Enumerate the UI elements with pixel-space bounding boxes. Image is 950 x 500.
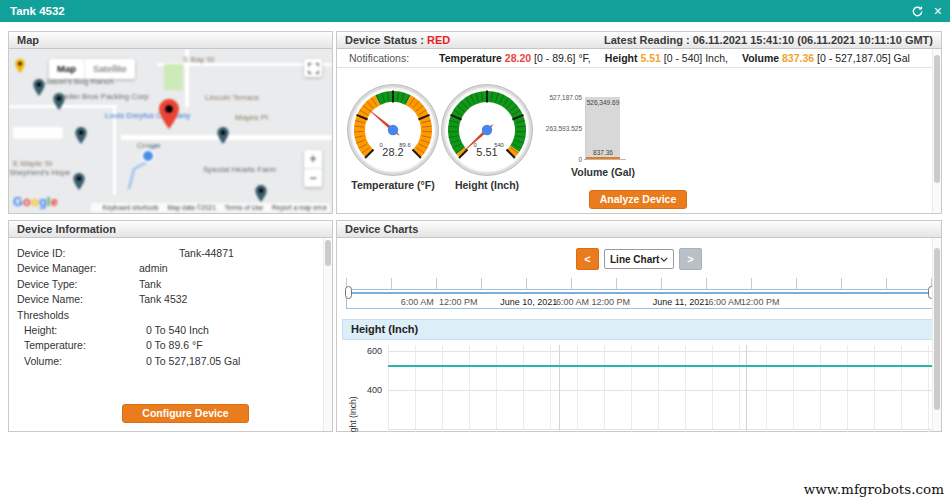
map-type-satellite-button[interactable]: Satellite bbox=[84, 59, 135, 79]
height-ytick-400: 400 bbox=[356, 385, 382, 395]
map-panel-header: Map bbox=[9, 32, 332, 49]
google-logo: Google bbox=[13, 195, 58, 209]
height-gauge: 05405.51 bbox=[441, 84, 533, 176]
map-attribution-link[interactable]: Keyboard shortcuts bbox=[103, 204, 159, 211]
#8f1d12[interactable] bbox=[158, 99, 180, 129]
height-gauge-label: Height (Inch) bbox=[441, 179, 533, 191]
info-label: Device Type: bbox=[17, 278, 78, 290]
chevron-down-icon bbox=[660, 257, 668, 262]
charts-scrollbar[interactable] bbox=[932, 238, 941, 431]
chart-controls: < Line Chart > bbox=[337, 247, 941, 271]
timeline-range-line bbox=[349, 292, 931, 294]
device-information-title: Device Information bbox=[17, 221, 116, 237]
close-icon[interactable]: × bbox=[934, 0, 942, 22]
info-row: Temperature:0 To 89.6 °F bbox=[9, 339, 322, 354]
volume-chart-title: Volume (Gal) bbox=[542, 166, 664, 178]
map-content: Map Satellite + − Google Keyboard shortc… bbox=[9, 49, 332, 213]
zoom-out-button[interactable]: − bbox=[304, 169, 322, 187]
info-label: Temperature: bbox=[24, 339, 86, 351]
info-scrollbar[interactable] bbox=[323, 238, 332, 431]
map-place-label: Heller Bros Packing Corp bbox=[59, 92, 149, 101]
volume-ytick-max: 527,187.05 bbox=[542, 94, 582, 101]
timeline-handle-start[interactable] bbox=[345, 286, 352, 299]
info-row: Volume:0 To 527,187.05 Gal bbox=[9, 355, 322, 370]
#e9ebec[interactable] bbox=[33, 79, 45, 96]
google-logo-letter: o bbox=[31, 195, 39, 209]
device-status-title: Device Status : RED bbox=[345, 32, 450, 48]
next-chart-button[interactable]: > bbox=[679, 248, 702, 270]
#b07c00[interactable] bbox=[15, 59, 25, 73]
info-row: Device ID:Tank-44871 bbox=[9, 247, 322, 262]
chart-type-select[interactable]: Line Chart bbox=[604, 249, 674, 269]
fullscreen-icon[interactable] bbox=[304, 59, 322, 77]
title-bar: Tank 4532 × bbox=[0, 0, 950, 22]
info-label: Height: bbox=[24, 324, 57, 336]
gridline-day-2 bbox=[746, 345, 747, 432]
map-attribution-link[interactable]: Terms of Use bbox=[225, 204, 263, 211]
status-scrollbar[interactable] bbox=[932, 49, 941, 213]
device-status-panel: Device Status : RED Latest Reading : 06.… bbox=[336, 31, 942, 214]
analyze-device-button[interactable]: Analyze Device bbox=[589, 190, 687, 209]
map-panel: Map Map Satellite + − bbox=[8, 31, 333, 214]
volume-ytick-zero: 0 bbox=[542, 156, 582, 163]
volume-current-label: 837.36 bbox=[586, 149, 620, 156]
status-value: RED bbox=[427, 34, 450, 46]
configure-device-button[interactable]: Configure Device bbox=[122, 404, 249, 423]
info-value: Tank bbox=[139, 278, 161, 290]
google-logo-letter: e bbox=[51, 195, 58, 209]
height-ytick-600: 600 bbox=[356, 346, 382, 356]
map-place-label: Lincoln Terrace bbox=[205, 93, 259, 102]
#e9ebec[interactable] bbox=[53, 93, 65, 110]
info-scrollbar-thumb[interactable] bbox=[325, 240, 331, 266]
#e9ebec[interactable] bbox=[217, 127, 229, 144]
map-type-map-button[interactable]: Map bbox=[49, 59, 84, 79]
info-row: Device Manager:admin bbox=[9, 262, 322, 277]
temperature-gauge-label: Temperature (°F) bbox=[347, 179, 439, 191]
gridline-200 bbox=[388, 429, 934, 430]
map-canvas[interactable]: Map Satellite + − Google Keyboard shortc… bbox=[9, 49, 332, 213]
notifications-label: Notifications: bbox=[349, 52, 409, 64]
#e9ebec[interactable] bbox=[73, 173, 85, 190]
notification-items: Temperature 28.20 [0 - 89.6] °F,Height 5… bbox=[439, 52, 924, 64]
device-charts-panel: Device Charts < Line Chart > 6:00 AM12:0… bbox=[336, 220, 942, 432]
notifications-row: Notifications: Temperature 28.20 [0 - 89… bbox=[337, 49, 933, 68]
info-value: Tank-44871 bbox=[179, 247, 234, 259]
height-y-axis-title: Height (Inch) bbox=[348, 396, 358, 432]
gridline-600 bbox=[388, 351, 934, 352]
device-information-rows: Device ID:Tank-44871Device Manager:admin… bbox=[9, 247, 322, 370]
chart-type-value: Line Chart bbox=[610, 254, 659, 265]
charts-scrollbar-thumb[interactable] bbox=[934, 248, 940, 410]
notification-item: Volume 837.36 [0 - 527,187.05] Gal bbox=[742, 52, 910, 64]
#e9ebec[interactable] bbox=[75, 127, 87, 144]
timeline-track[interactable]: 6:00 AM12:00 PMJune 10, 20216:00 AM12:00… bbox=[346, 289, 934, 309]
tank-monitor-window: { "titlebar": { "title": "Tank 4532" }, … bbox=[0, 0, 950, 500]
timeline-tick-label: 12:00 PM bbox=[591, 297, 630, 307]
volume-remaining-label: 526,349.69 bbox=[586, 99, 620, 106]
info-label: Device Name: bbox=[17, 293, 83, 305]
gridline-400 bbox=[388, 390, 934, 391]
info-label: Device Manager: bbox=[17, 262, 96, 274]
info-value: 0 To 527,187.05 Gal bbox=[146, 355, 240, 367]
volume-x-axis bbox=[584, 159, 626, 160]
gridline-day-1 bbox=[559, 345, 560, 432]
map-panel-title: Map bbox=[17, 32, 39, 48]
refresh-icon[interactable] bbox=[911, 5, 924, 18]
info-label: Thresholds bbox=[17, 309, 69, 321]
previous-chart-button[interactable]: < bbox=[576, 248, 599, 270]
map-place-label: Special Hearts Farm bbox=[203, 165, 276, 174]
status-scrollbar-thumb[interactable] bbox=[934, 55, 940, 183]
google-logo-letter: o bbox=[23, 195, 31, 209]
watermark: www.mfgrobots.com bbox=[804, 481, 944, 497]
info-value: 0 To 89.6 °F bbox=[146, 339, 203, 351]
zoom-in-button[interactable]: + bbox=[304, 150, 322, 168]
info-row: Device Name:Tank 4532 bbox=[9, 293, 322, 308]
#e9ebec[interactable] bbox=[255, 185, 267, 202]
info-row: Thresholds bbox=[9, 309, 322, 324]
height-series-line bbox=[388, 365, 932, 367]
timeline-tick-label: 12:00 PM bbox=[741, 297, 780, 307]
info-row: Device Type:Tank bbox=[9, 278, 322, 293]
window-title: Tank 4532 bbox=[10, 0, 65, 22]
map-attribution: Keyboard shortcutsMap data ©2021Terms of… bbox=[91, 203, 330, 212]
chart-gridlines bbox=[388, 345, 934, 432]
map-attribution-link[interactable]: Report a map error bbox=[272, 204, 327, 211]
